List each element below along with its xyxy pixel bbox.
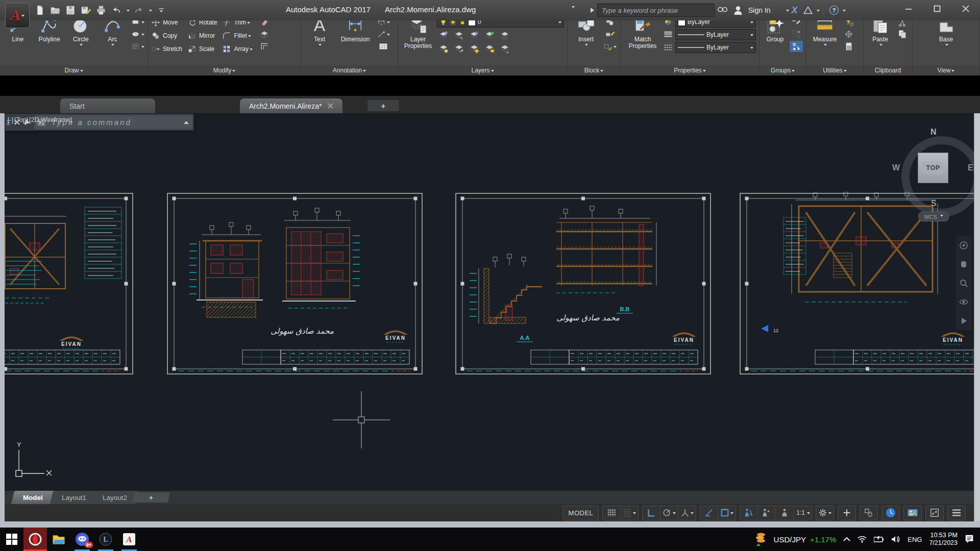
command-history-icon[interactable] [183,120,189,124]
viewport-minimize-control[interactable]: [-] [8,116,13,123]
edit-block-icon[interactable] [603,29,617,40]
drawing-canvas[interactable]: [-] [Top] [2D Wireframe] [5,113,974,491]
ortho-mode-icon[interactable] [643,506,660,520]
explode-icon[interactable] [258,29,271,40]
ellipse-icon[interactable] [131,29,144,40]
array-button[interactable]: Array [222,43,253,55]
taskbar-discord-icon[interactable]: 9+ [70,528,94,551]
linetype-combo[interactable]: ByLayer [675,42,756,53]
taskbar-autocad-icon[interactable]: A [117,528,141,551]
undo-icon[interactable] [110,4,122,16]
insert-button[interactable]: Insert [571,16,601,46]
full-navigation-wheel-icon[interactable] [959,241,968,250]
panel-label-properties[interactable]: Properties [621,65,759,76]
layer-walk-icon[interactable] [498,43,511,54]
grid-display-icon[interactable] [603,506,620,520]
arc-button[interactable]: Arc [97,16,127,46]
isolate-objects-icon[interactable] [860,506,877,520]
file-tab-start[interactable]: Start [60,98,155,113]
close-button[interactable] [951,0,980,17]
redo-icon[interactable] [133,4,145,16]
layer-states-icon[interactable] [498,30,511,41]
action-center-icon[interactable] [965,534,975,544]
annotation-scale-icon[interactable] [775,506,793,520]
panel-label-block[interactable]: Block [568,65,620,76]
layer-on-icon[interactable] [437,43,450,54]
battery-icon[interactable] [874,536,884,542]
viewcube-north[interactable]: N [930,128,937,137]
model-space-button[interactable]: MODEL [564,506,599,520]
base-button[interactable]: Base [931,16,962,46]
customization-menu-icon[interactable] [948,506,965,520]
copy-button[interactable]: Copy [151,30,182,42]
language-indicator[interactable]: ENG [908,536,922,543]
isometric-drafting-icon[interactable] [678,506,696,520]
plot-icon[interactable] [95,4,107,16]
taskbar-lol-icon[interactable]: L [94,528,117,551]
layer-unlock-icon[interactable] [483,43,496,54]
application-menu-button[interactable]: A [5,3,30,28]
customization-plus-icon[interactable] [838,506,855,520]
snap-mode-icon[interactable] [620,506,638,520]
panel-label-annotation[interactable]: Annotation [301,65,398,76]
ungroup-icon[interactable] [790,29,803,40]
fullscreen-icon[interactable] [926,506,943,520]
offset-icon[interactable] [258,41,271,52]
layer-current-icon[interactable] [452,43,465,54]
a360-icon[interactable] [800,4,816,17]
sign-in-dropdown-icon[interactable] [786,10,789,13]
copy-clip-icon[interactable] [896,29,909,40]
canvas-scrollbar[interactable] [974,113,980,521]
viewcube[interactable]: N W E S TOP [895,130,972,211]
undo-dropdown-icon[interactable] [127,10,130,13]
panel-label-clipboard[interactable]: Clipboard [864,65,912,76]
lineweight-icon[interactable] [664,31,673,38]
text-button[interactable]: AText [304,16,335,46]
layer-match-icon[interactable] [452,30,465,41]
pan-icon[interactable] [959,260,968,269]
wifi-icon[interactable] [857,536,867,543]
redo-dropdown-icon[interactable] [149,10,152,13]
viewcube-top-face[interactable]: TOP [918,153,948,183]
viewport-view-control[interactable]: [Top] [14,116,28,123]
calculator-icon[interactable] [842,41,855,52]
measure-button[interactable]: Measure [810,16,840,46]
autoscale-icon[interactable] [757,506,775,520]
drawing-sheet-2[interactable]: محمد صادق سهولی [166,192,424,375]
volume-icon[interactable] [891,536,900,543]
ticker-coin-icon[interactable] [754,532,767,546]
stretch-button[interactable]: Stretch [151,43,182,55]
save-icon[interactable] [64,4,77,16]
drawing-sheet-3[interactable]: A.A B.B محمد صادق سهولی [454,192,712,375]
a360-dropdown-icon[interactable] [817,10,820,13]
taskbar-explorer-icon[interactable] [47,528,70,551]
showmotion-icon[interactable] [959,316,968,325]
help-icon[interactable]: ? [826,4,842,17]
object-snap-tracking-icon[interactable] [700,506,718,520]
user-icon[interactable] [731,4,745,17]
hidden-icons-chevron[interactable] [843,537,850,542]
linetype-icon[interactable] [664,44,673,51]
panel-label-draw[interactable]: Draw [0,65,148,76]
mirror-button[interactable]: Mirror [187,30,217,42]
multileader-icon[interactable] [377,29,390,40]
maximize-button[interactable] [923,0,951,17]
table-icon[interactable] [377,41,390,52]
exchange-apps-icon[interactable]: X [789,4,800,17]
scale-value-button[interactable]: 1:1 [793,506,812,520]
point-icon[interactable] [842,29,855,40]
fillet-button[interactable]: Fillet [222,30,253,42]
new-drawing-tab-button[interactable]: + [368,100,399,111]
zoom-icon[interactable] [959,279,968,288]
close-tab-icon[interactable] [328,103,333,109]
scale-button[interactable]: Scale [187,43,217,55]
viewcube-east[interactable]: E [968,163,973,172]
tab-model[interactable]: Model [11,491,55,504]
tab-layout2[interactable]: Layout2 [91,491,139,504]
currency-ticker[interactable]: USD/JPY+1.17% [774,535,837,544]
viewcube-west[interactable]: W [892,163,900,172]
panel-label-modify[interactable]: Modify [148,65,301,76]
start-button[interactable] [0,528,23,551]
drawing-sheet-1[interactable] [5,192,134,375]
hatch-icon[interactable] [131,41,144,52]
